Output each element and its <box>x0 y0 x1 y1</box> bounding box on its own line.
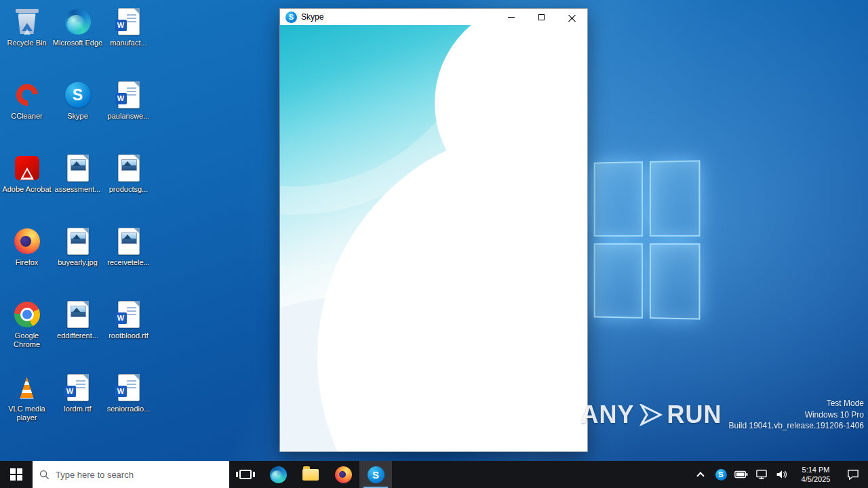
task-view-button[interactable] <box>229 461 262 488</box>
desktop-icon-rootblood-doc[interactable]: rootblood.rtf <box>104 297 154 370</box>
recycle-bin-icon <box>17 9 37 35</box>
watermark-os: Windows 10 Pro <box>729 409 865 420</box>
search-icon <box>39 470 50 480</box>
minimize-button[interactable] <box>496 9 526 25</box>
desktop-icon-google-chrome[interactable]: Google Chrome <box>2 297 52 370</box>
skype-splash-screen <box>280 25 587 451</box>
taskbar-skype-button[interactable] <box>359 461 392 488</box>
network-icon <box>755 469 768 480</box>
watermark-text: Test Mode Windows 10 Pro Build 19041.vb_… <box>729 398 865 431</box>
desktop-icon-label: productsg... <box>109 185 148 194</box>
desktop-background: Recycle Bin Microsoft Edge manufact... C… <box>0 0 868 461</box>
close-icon <box>568 14 576 21</box>
watermark-build: Build 19041.vb_release.191206-1406 <box>729 420 865 431</box>
desktop-icon-firefox[interactable]: Firefox <box>2 224 52 297</box>
tray-battery-button[interactable] <box>732 461 750 488</box>
clock-time: 5:14 PM <box>793 465 838 474</box>
word-file-icon <box>118 374 140 401</box>
anyrun-logo-any: ANY <box>580 401 634 429</box>
tray-skype-icon-button[interactable] <box>712 461 730 488</box>
close-button[interactable] <box>557 9 587 25</box>
desktop-icon-manufact-doc[interactable]: manufact... <box>104 4 154 77</box>
image-file-icon <box>118 228 140 255</box>
desktop-icon-label: Google Chrome <box>2 331 52 349</box>
taskbar-edge-button[interactable] <box>262 461 294 488</box>
image-file-icon <box>67 228 89 255</box>
desktop-icon-productsg-image[interactable]: productsg... <box>104 150 154 224</box>
window-title: Skype <box>301 12 496 22</box>
word-file-icon <box>118 8 140 35</box>
skype-icon <box>715 469 727 481</box>
skype-icon <box>65 82 91 108</box>
screen: Recycle Bin Microsoft Edge manufact... C… <box>0 0 868 488</box>
desktop-icon-buyearly-image[interactable]: buyearly.jpg <box>53 224 103 297</box>
desktop-icon-label: seniorradio... <box>107 405 151 413</box>
watermark-mode: Test Mode <box>729 398 865 409</box>
anyrun-logo-run: RUN <box>667 401 722 429</box>
firefox-icon <box>14 228 40 254</box>
tray-network-button[interactable] <box>753 461 770 488</box>
taskbar-file-explorer-button[interactable] <box>294 461 327 488</box>
file-explorer-icon <box>302 469 319 481</box>
word-file-icon <box>67 374 89 401</box>
desktop-icon-label: Firefox <box>16 258 39 267</box>
show-hidden-icons-button[interactable] <box>692 461 709 488</box>
desktop-icon-vlc[interactable]: VLC media player <box>2 370 52 443</box>
clock-date: 4/5/2025 <box>793 474 838 484</box>
desktop-icon-label: buyearly.jpg <box>58 258 98 267</box>
desktop-icon-eddifferent-image[interactable]: eddifferent... <box>53 297 103 370</box>
desktop-icon-label: eddifferent... <box>57 331 98 340</box>
chevron-up-icon <box>696 472 704 479</box>
start-button[interactable] <box>0 461 33 488</box>
acrobat-icon <box>15 156 39 180</box>
windows-logo-pane <box>594 161 643 237</box>
desktop-icon-label: manufact... <box>110 39 146 47</box>
skype-window-titlebar[interactable]: Skype <box>280 9 587 25</box>
chrome-icon <box>14 302 40 327</box>
windows-logo-pane <box>594 243 643 319</box>
skype-icon <box>368 466 384 483</box>
word-file-icon <box>118 301 140 328</box>
windows-logo-pane <box>650 160 701 237</box>
maximize-icon <box>538 14 545 20</box>
taskbar-firefox-button[interactable] <box>327 461 359 488</box>
desktop-icon-label: Adobe Acrobat <box>2 185 51 194</box>
desktop-icon-skype[interactable]: Skype <box>53 77 103 150</box>
desktop-icon-label: lordm.rtf <box>64 405 91 413</box>
desktop-icon-label: receivetele... <box>107 258 149 267</box>
desktop-icon-label: VLC media player <box>2 405 52 422</box>
desktop-icon-ccleaner[interactable]: CCleaner <box>2 77 52 150</box>
windows-start-icon <box>10 468 22 481</box>
windows-logo-wallpaper <box>594 160 701 319</box>
desktop-icon-recycle-bin[interactable]: Recycle Bin <box>2 4 52 77</box>
maximize-button[interactable] <box>526 9 557 25</box>
search-input[interactable] <box>56 470 222 480</box>
edge-icon <box>270 466 287 483</box>
tray-volume-button[interactable] <box>773 461 791 488</box>
desktop-icon-grid: Recycle Bin Microsoft Edge manufact... C… <box>1 4 154 443</box>
notification-icon <box>847 469 859 480</box>
action-center-button[interactable] <box>841 461 865 488</box>
desktop-icon-adobe-acrobat[interactable]: Adobe Acrobat <box>2 150 52 224</box>
speaker-icon <box>776 469 788 480</box>
desktop-icon-label: assessment... <box>55 185 101 194</box>
taskbar-clock[interactable]: 5:14 PM 4/5/2025 <box>793 465 838 484</box>
desktop-icon-label: paulanswe... <box>108 112 150 121</box>
anyrun-arrow-icon <box>639 404 663 426</box>
edge-icon <box>65 9 91 35</box>
desktop-icon-seniorradio-doc[interactable]: seniorradio... <box>104 370 154 443</box>
taskbar-spacer <box>392 461 692 488</box>
desktop-icon-microsoft-edge[interactable]: Microsoft Edge <box>53 4 103 77</box>
image-file-icon <box>67 155 89 182</box>
desktop-icon-paulanswe-doc[interactable]: paulanswe... <box>104 77 154 150</box>
skype-titlebar-icon <box>285 12 297 23</box>
taskbar-search[interactable] <box>33 461 229 488</box>
desktop-icon-label: Skype <box>67 112 88 121</box>
word-file-icon <box>118 81 140 108</box>
desktop-icon-label: Microsoft Edge <box>53 39 102 47</box>
skype-window: Skype <box>279 8 588 452</box>
desktop-icon-label: rootblood.rtf <box>108 331 149 340</box>
desktop-icon-receivetele-image[interactable]: receivetele... <box>104 224 154 297</box>
desktop-icon-assessment-image[interactable]: assessment... <box>53 150 103 224</box>
desktop-icon-lordm-doc[interactable]: lordm.rtf <box>53 370 103 443</box>
